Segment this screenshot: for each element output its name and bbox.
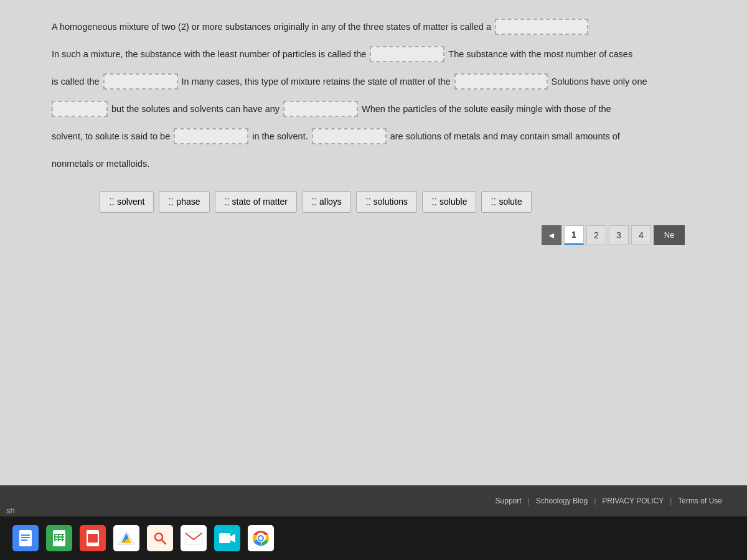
svg-rect-20 [186,532,202,544]
page-2-button[interactable]: 2 [586,225,606,245]
chip-phase[interactable]: ⁚⁚ phase [159,191,209,213]
page-3-button[interactable]: 3 [609,225,629,245]
blank-1[interactable] [495,19,588,35]
svg-rect-8 [54,534,55,541]
sh-label: sh [6,506,15,515]
taskbar [0,516,747,560]
line5-part2: in the solvent. [252,128,308,144]
blank-5[interactable] [52,101,108,117]
chip-solvent[interactable]: ⁚⁚ solvent [100,191,154,213]
taskbar-search-icon[interactable] [147,525,173,551]
chip-soluble[interactable]: ⁚⁚ soluble [422,191,476,213]
svg-rect-10 [62,534,63,541]
taskbar-chrome-icon[interactable] [248,525,274,551]
line5-part3: are solutions of metals and may contain … [390,128,620,144]
svg-rect-9 [58,534,59,541]
line3-part3: Solutions have only one [552,73,647,90]
prev-button[interactable]: ◄ [542,225,561,245]
taskbar-gmail-icon[interactable] [181,525,207,551]
chip-solutions[interactable]: ⁚⁚ solutions [356,191,417,213]
sentence-line5: solvent, to solute is said to be in the … [50,128,697,144]
taskbar-drive-icon[interactable] [113,525,139,551]
chip-soluble-label: soluble [439,197,467,207]
line2-part1: In such a mixture, the substance with th… [52,46,366,62]
chip-solutions-label: solutions [374,197,408,207]
blank-8[interactable] [312,128,387,144]
chip-state-of-matter[interactable]: ⁚⁚ state of matter [215,191,297,213]
main-content: A homogeneous mixture of two (2) or more… [0,0,747,485]
line3-part1: is called the [52,73,100,90]
support-link[interactable]: Support [496,497,522,505]
pagination: ◄ 1 2 3 4 Ne [50,225,697,245]
line6-text: nonmetals or metalloids. [52,156,149,172]
blank-4[interactable] [454,73,548,90]
svg-marker-22 [230,534,235,543]
blog-link[interactable]: Schoology Blog [536,497,588,505]
sentence-line2: In such a mixture, the substance with th… [50,46,697,62]
line3-part2: In many cases, this type of mixture reta… [182,73,451,90]
next-button[interactable]: Ne [654,225,685,245]
svg-line-19 [162,540,166,544]
blank-3[interactable] [103,73,178,90]
drag-dots-solvent: ⁚⁚ [109,196,114,208]
svg-rect-12 [88,534,98,543]
taskbar-docs-icon[interactable] [12,525,39,551]
svg-rect-21 [219,533,230,543]
line4-part1: but the solutes and solvents can have an… [111,101,280,117]
taskbar-sheets-icon[interactable] [46,525,72,551]
blank-7[interactable] [174,128,248,144]
sentence-line6: nonmetals or metalloids. [50,156,697,172]
chip-solute[interactable]: ⁚⁚ solute [481,191,531,213]
line5-part1: solvent, to solute is said to be [52,128,170,144]
chip-alloys[interactable]: ⁚⁚ alloys [302,191,351,213]
sentence-line3: is called the In many cases, this type o… [50,73,697,90]
chip-alloys-label: alloys [319,197,342,207]
privacy-link[interactable]: PRIVACY POLICY [602,497,664,505]
chip-state-label: state of matter [232,197,288,207]
chip-solvent-label: solvent [117,197,144,207]
drag-dots-state: ⁚⁚ [224,196,229,208]
drag-chips-area: ⁚⁚ solvent ⁚⁚ phase ⁚⁚ state of matter ⁚… [100,191,697,213]
sentence-line1: A homogeneous mixture of two (2) or more… [50,19,697,35]
page-4-button[interactable]: 4 [631,225,651,245]
svg-rect-1 [21,534,30,536]
chip-phase-label: phase [176,197,200,207]
svg-rect-3 [21,539,27,541]
chip-solute-label: solute [499,197,522,207]
blank-2[interactable] [370,46,444,62]
page-1-button[interactable]: 1 [564,225,584,245]
sentence-line4: but the solutes and solvents can have an… [50,101,697,117]
terms-link[interactable]: Terms of Use [678,497,722,505]
taskbar-slides-icon[interactable] [80,525,106,551]
drag-dots-soluble: ⁚⁚ [431,196,436,208]
drag-dots-solute: ⁚⁚ [491,196,496,208]
footer: Support | Schoology Blog | PRIVACY POLIC… [0,485,747,516]
svg-point-25 [259,536,263,540]
drag-dots-phase: ⁚⁚ [168,196,173,208]
line2-part2: The substance with the most number of ca… [448,46,632,62]
line4-part2: When the particles of the solute easily … [362,101,611,117]
line1-text: A homogeneous mixture of two (2) or more… [52,19,491,35]
drag-dots-solutions: ⁚⁚ [365,196,370,208]
taskbar-meet-icon[interactable] [214,525,240,551]
svg-rect-2 [21,537,30,538]
drag-dots-alloys: ⁚⁚ [311,196,316,208]
blank-6[interactable] [283,101,358,117]
